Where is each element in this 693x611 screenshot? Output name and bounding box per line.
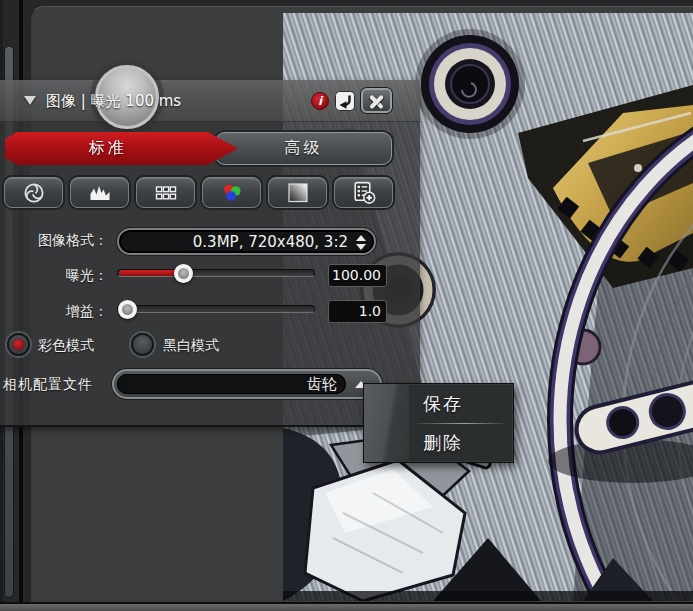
window-bottom-edge xyxy=(0,602,693,611)
menu-separator xyxy=(416,423,504,424)
color-mode-radio[interactable] xyxy=(7,333,30,356)
gain-label: 增益： xyxy=(0,303,108,321)
histogram-icon xyxy=(87,181,113,205)
gradient-icon xyxy=(285,181,311,205)
exposure-slider-handle[interactable] xyxy=(174,264,193,283)
info-icon[interactable]: i xyxy=(311,92,329,110)
image-format-select[interactable]: 0.3MP, 720x480, 3:2 xyxy=(117,228,376,255)
gain-slider-handle[interactable] xyxy=(118,300,137,319)
bw-mode-radio[interactable] xyxy=(131,333,154,356)
close-icon[interactable] xyxy=(361,88,392,113)
image-settings-panel: 图像 | 曝光 100 ms i 标准 高级 xyxy=(0,80,420,427)
no-filter-icon xyxy=(21,181,47,205)
menu-item-save[interactable]: 保存 xyxy=(409,384,513,423)
image-format-value: 0.3MP, 720x480, 3:2 xyxy=(193,233,348,251)
menu-item-delete[interactable]: 删除 xyxy=(409,423,513,462)
exposure-value-field[interactable]: 100.00 xyxy=(328,264,387,287)
panel-title: 图像 | 曝光 100 ms xyxy=(46,92,181,111)
histogram-button[interactable] xyxy=(70,177,129,208)
gain-slider[interactable] xyxy=(117,305,315,313)
spinner-arrows-icon[interactable] xyxy=(356,235,366,250)
app-window: 图像 | 曝光 100 ms i 标准 高级 xyxy=(0,0,693,611)
no-filter-button[interactable] xyxy=(4,177,63,208)
exposure-slider[interactable] xyxy=(117,269,315,277)
undock-icon[interactable] xyxy=(334,90,356,112)
radio-selected-dot xyxy=(13,339,24,350)
tab-advanced[interactable]: 高级 xyxy=(215,132,392,165)
binning-grid-button[interactable] xyxy=(136,177,195,208)
exposure-label: 曝光： xyxy=(0,267,108,285)
camera-profile-combo[interactable]: 齿轮 xyxy=(112,369,382,399)
add-to-list-button[interactable] xyxy=(334,177,393,208)
tab-standard[interactable]: 标准 xyxy=(5,132,238,165)
gain-value-field[interactable]: 1.0 xyxy=(328,300,387,323)
camera-profile-value[interactable]: 齿轮 xyxy=(117,374,346,394)
profile-context-menu: 保存 删除 xyxy=(363,383,514,463)
rgb-channels-button[interactable] xyxy=(202,177,261,208)
collapse-arrow-icon[interactable] xyxy=(24,96,36,105)
image-format-label: 图像格式： xyxy=(0,232,108,250)
binning-grid-icon xyxy=(152,181,180,205)
camera-profile-label: 相机配置文件 xyxy=(3,376,93,394)
bw-mode-label: 黑白模式 xyxy=(163,337,219,355)
color-mode-label: 彩色模式 xyxy=(38,337,94,355)
menu-icon-gutter xyxy=(364,384,409,462)
rgb-channels-icon xyxy=(219,181,245,205)
gradient-button[interactable] xyxy=(268,177,327,208)
add-to-list-icon xyxy=(350,180,377,205)
